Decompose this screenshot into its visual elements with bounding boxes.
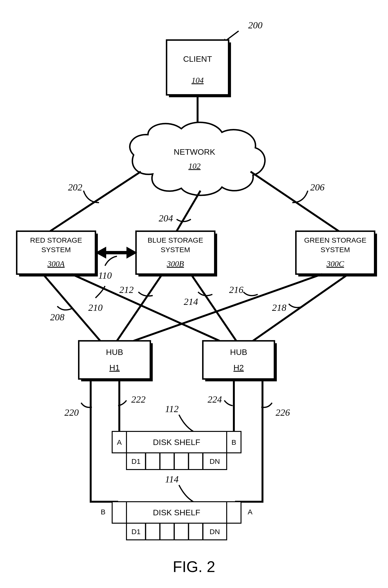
svg-rect-26 bbox=[112, 502, 126, 523]
client-title: CLIENT bbox=[183, 54, 212, 64]
blue-storage-line2: SYSTEM bbox=[161, 246, 190, 254]
arc-216 bbox=[243, 292, 258, 296]
shelf1-id: 112 bbox=[165, 404, 178, 414]
interconnect-id: 110 bbox=[98, 270, 112, 281]
link-blue-h1 bbox=[117, 274, 162, 341]
blue-storage-line1: BLUE STORAGE bbox=[148, 236, 203, 244]
shelf2-title: DISK SHELF bbox=[153, 508, 200, 517]
green-storage-line1: GREEN STORAGE bbox=[304, 236, 366, 244]
red-storage-id: 300A bbox=[47, 259, 65, 268]
blue-storage-id: 300B bbox=[167, 259, 184, 268]
red-storage-line2: SYSTEM bbox=[41, 246, 71, 254]
svg-rect-14 bbox=[79, 341, 150, 379]
green-storage-id: 300C bbox=[326, 259, 344, 268]
label-208: 208 bbox=[50, 312, 64, 323]
label-204: 204 bbox=[159, 213, 173, 224]
green-storage-line2: SYSTEM bbox=[320, 246, 350, 254]
blue-storage-box: BLUE STORAGE SYSTEM 300B bbox=[136, 231, 217, 277]
shelf1-d1: D1 bbox=[131, 457, 141, 465]
shelf2-port-a: A bbox=[248, 508, 252, 516]
hub-h2-title: HUB bbox=[230, 348, 247, 357]
link-net-green bbox=[251, 172, 339, 231]
svg-rect-3 bbox=[167, 40, 229, 95]
disk-shelf-2: B A DISK SHELF D1 DN 114 bbox=[101, 474, 252, 540]
network-cloud: NETWORK 102 bbox=[130, 122, 265, 195]
figure-2-diagram: 200 CLIENT 104 NETWORK 102 202 204 206 R… bbox=[0, 0, 388, 588]
label-202: 202 bbox=[68, 182, 82, 193]
interconnect-arrow: 110 bbox=[96, 247, 137, 281]
callout-200-label: 200 bbox=[248, 20, 263, 30]
hub-h1-id: H1 bbox=[109, 363, 120, 372]
client-box: CLIENT 104 bbox=[167, 40, 231, 97]
shelf1-port-a: A bbox=[117, 438, 122, 446]
shelf2-id: 114 bbox=[165, 474, 178, 484]
shelf2-d1: D1 bbox=[131, 528, 141, 536]
link-net-red bbox=[50, 172, 141, 231]
shelf1-port-b: B bbox=[231, 438, 236, 446]
label-218: 218 bbox=[272, 302, 286, 313]
network-title: NETWORK bbox=[174, 147, 215, 156]
network-id: 102 bbox=[189, 162, 201, 170]
client-id: 104 bbox=[192, 76, 204, 85]
label-212: 212 bbox=[119, 284, 134, 295]
hub-h1-title: HUB bbox=[106, 348, 123, 357]
label-222: 222 bbox=[131, 394, 146, 405]
svg-rect-27 bbox=[227, 502, 241, 523]
red-storage-box: RED STORAGE SYSTEM 300A bbox=[17, 231, 98, 277]
link-net-blue bbox=[177, 191, 200, 231]
figure-caption: FIG. 2 bbox=[173, 558, 215, 575]
svg-rect-16 bbox=[203, 341, 274, 379]
label-206: 206 bbox=[310, 182, 324, 193]
arc-224 bbox=[224, 400, 233, 406]
arc-208 bbox=[57, 306, 72, 310]
red-storage-line1: RED STORAGE bbox=[30, 236, 82, 244]
hub-h1-box: HUB H1 bbox=[79, 341, 153, 381]
arc-218 bbox=[289, 304, 303, 307]
label-220: 220 bbox=[64, 407, 79, 418]
hub-h2-id: H2 bbox=[233, 363, 244, 372]
label-216: 216 bbox=[229, 284, 243, 295]
shelf1-dn: DN bbox=[210, 457, 220, 465]
label-214: 214 bbox=[184, 296, 198, 307]
label-210: 210 bbox=[88, 302, 103, 313]
shelf2-port-b: B bbox=[101, 508, 105, 516]
shelf2-dn: DN bbox=[210, 528, 220, 536]
hub-h2-box: HUB H2 bbox=[203, 341, 277, 381]
disk-shelf-1: A B DISK SHELF D1 DN 112 bbox=[112, 404, 241, 470]
green-storage-box: GREEN STORAGE SYSTEM 300C bbox=[296, 231, 377, 277]
label-224: 224 bbox=[208, 394, 222, 405]
label-226: 226 bbox=[276, 407, 290, 418]
shelf1-title: DISK SHELF bbox=[153, 438, 200, 447]
